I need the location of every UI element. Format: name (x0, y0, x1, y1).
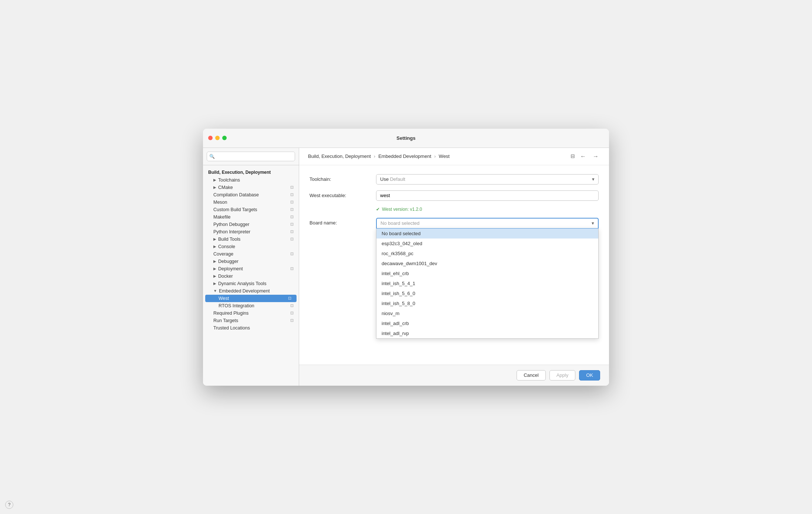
sidebar-item-deployment[interactable]: ▶ Deployment ⊡ (203, 265, 299, 273)
apply-button[interactable]: Apply (549, 370, 576, 381)
sidebar-item-docker[interactable]: ▶ Docker (203, 273, 299, 280)
footer-buttons: ? Cancel Apply OK (299, 365, 609, 386)
toolchain-label: Toolchain: (309, 176, 376, 182)
sidebar-label: Toolchains (218, 177, 240, 183)
breadcrumb: Build, Execution, Deployment › Embedded … (299, 148, 609, 165)
sidebar-label: Python Interpreter (213, 229, 250, 234)
sidebar-item-makefile[interactable]: Makefile ⊡ (203, 213, 299, 221)
dropdown-item-niosv[interactable]: niosv_m (376, 308, 598, 318)
board-placeholder: No board selected (380, 220, 420, 226)
collapse-icon: ⊟ (571, 153, 575, 160)
sidebar-label: Deployment (218, 266, 243, 271)
sidebar-item-west[interactable]: West ⊡ (205, 295, 297, 302)
sidebar-label: Makefile (213, 214, 231, 220)
settings-window: Settings 🔍 Build, Execution, Deployment … (203, 129, 609, 386)
sidebar-item-compilation-database[interactable]: Compilation Database ⊡ (203, 191, 299, 199)
dropdown-item-no-board[interactable]: No board selected (376, 229, 598, 239)
sidebar-label: Debugger (218, 259, 238, 264)
sidebar-item-toolchains[interactable]: ▶ Toolchains (203, 176, 299, 184)
sidebar-item-required-plugins[interactable]: Required Plugins ⊡ (203, 310, 299, 317)
sidebar-item-trusted-locations[interactable]: Trusted Locations (203, 324, 299, 332)
sidebar-label: Embedded Development (219, 288, 270, 294)
sidebar-label: Custom Build Targets (213, 207, 257, 212)
sidebar-item-embedded-development[interactable]: ▼ Embedded Development (203, 287, 299, 295)
board-dropdown-list: No board selected esp32c3_042_oled roc_r… (376, 228, 599, 339)
ok-button[interactable]: OK (579, 370, 600, 381)
sidebar-item-run-targets[interactable]: Run Targets ⊡ (203, 317, 299, 324)
dropdown-arrow-icon: ▾ (592, 176, 595, 182)
sidebar-label: Required Plugins (213, 311, 248, 316)
minimize-button[interactable] (215, 136, 220, 140)
dropdown-item-decawave[interactable]: decawave_dwm1001_dev (376, 258, 598, 268)
sidebar-item-python-debugger[interactable]: Python Debugger ⊡ (203, 221, 299, 228)
toolchain-row: Toolchain: Use Default ▾ (309, 174, 599, 185)
forward-button[interactable]: → (591, 153, 600, 160)
chevron-open-icon: ▼ (213, 289, 217, 293)
breadcrumb-sep-2: › (434, 153, 436, 159)
west-executable-control (376, 190, 599, 201)
disk-icon: ⊡ (290, 266, 294, 271)
disk-icon: ⊡ (290, 318, 294, 323)
sidebar-section-title: Build, Execution, Deployment (203, 168, 299, 176)
main-layout: 🔍 Build, Execution, Deployment ▶ Toolcha… (203, 148, 609, 386)
sidebar-item-debugger[interactable]: ▶ Debugger (203, 258, 299, 265)
chevron-icon: ▶ (213, 259, 216, 263)
dropdown-item-intel-ish-541[interactable]: intel_ish_5_4_1 (376, 278, 598, 288)
sidebar-item-meson[interactable]: Meson ⊡ (203, 199, 299, 206)
breadcrumb-actions: ⊟ ← → (571, 153, 600, 160)
disk-icon: ⊡ (290, 200, 294, 204)
search-input[interactable] (207, 152, 295, 161)
sidebar: 🔍 Build, Execution, Deployment ▶ Toolcha… (203, 148, 299, 386)
toolchain-dropdown[interactable]: Use Default ▾ (376, 174, 599, 185)
sidebar-label: CMake (218, 185, 233, 190)
sidebar-label: Run Targets (213, 318, 238, 323)
main-content: Build, Execution, Deployment › Embedded … (299, 148, 609, 386)
chevron-icon: ▶ (213, 178, 216, 182)
sidebar-item-custom-build-targets[interactable]: Custom Build Targets ⊡ (203, 206, 299, 213)
dropdown-item-intel-ish-580[interactable]: intel_ish_5_8_0 (376, 298, 598, 308)
sidebar-item-rtos-integration[interactable]: RTOS Integration ⊡ (203, 302, 299, 310)
sidebar-item-cmake[interactable]: ▶ CMake ⊡ (203, 184, 299, 191)
breadcrumb-item-2[interactable]: Embedded Development (378, 153, 431, 159)
sidebar-item-console[interactable]: ▶ Console (203, 243, 299, 250)
chevron-icon: ▶ (213, 244, 216, 248)
dropdown-item-intel-ish-560[interactable]: intel_ish_5_6_0 (376, 288, 598, 298)
dropdown-item-esp32c3[interactable]: esp32c3_042_oled (376, 239, 598, 248)
maximize-button[interactable] (222, 136, 227, 140)
disk-icon: ⊡ (288, 296, 291, 301)
sidebar-label: Trusted Locations (213, 325, 250, 331)
dropdown-item-intel-ehl[interactable]: intel_ehl_crb (376, 268, 598, 278)
version-text: West version: v1.2.0 (382, 207, 422, 212)
back-button[interactable]: ← (579, 153, 588, 160)
dropdown-item-roc-rk[interactable]: roc_rk3568_pc (376, 248, 598, 258)
breadcrumb-item-1[interactable]: Build, Execution, Deployment (308, 153, 371, 159)
sidebar-item-build-tools[interactable]: ▶ Build Tools ⊡ (203, 236, 299, 243)
breadcrumb-item-3[interactable]: West (439, 153, 450, 159)
sidebar-label: Coverage (213, 251, 233, 257)
sidebar-label: West (219, 296, 229, 301)
disk-icon: ⊡ (290, 251, 294, 256)
dropdown-arrow-icon: ▾ (592, 220, 594, 226)
disk-icon: ⊡ (290, 222, 294, 227)
disk-icon: ⊡ (290, 303, 294, 308)
west-executable-input[interactable] (376, 190, 599, 201)
cancel-button[interactable]: Cancel (517, 370, 545, 381)
board-name-dropdown[interactable]: No board selected ▾ (376, 218, 599, 228)
toolchain-value-use: Use (380, 176, 390, 182)
disk-icon: ⊡ (290, 207, 294, 212)
dropdown-item-intel-adl-crb[interactable]: intel_adl_crb (376, 318, 598, 328)
toolchain-control: Use Default ▾ (376, 174, 599, 185)
sidebar-label: Dynamic Analysis Tools (218, 281, 266, 286)
sidebar-item-coverage[interactable]: Coverage ⊡ (203, 250, 299, 258)
window-title: Settings (396, 135, 415, 141)
dropdown-item-intel-adl-rvp[interactable]: intel_adl_rvp (376, 328, 598, 338)
sidebar-item-python-interpreter[interactable]: Python Interpreter ⊡ (203, 228, 299, 236)
check-icon: ✔ (376, 207, 380, 212)
disk-icon: ⊡ (290, 192, 294, 197)
chevron-icon: ▶ (213, 267, 216, 271)
sidebar-item-dynamic-analysis-tools[interactable]: ▶ Dynamic Analysis Tools (203, 280, 299, 287)
sidebar-label: Docker (218, 274, 233, 279)
close-button[interactable] (208, 136, 213, 140)
version-check: ✔ West version: v1.2.0 (376, 207, 599, 212)
search-box: 🔍 (203, 148, 299, 165)
